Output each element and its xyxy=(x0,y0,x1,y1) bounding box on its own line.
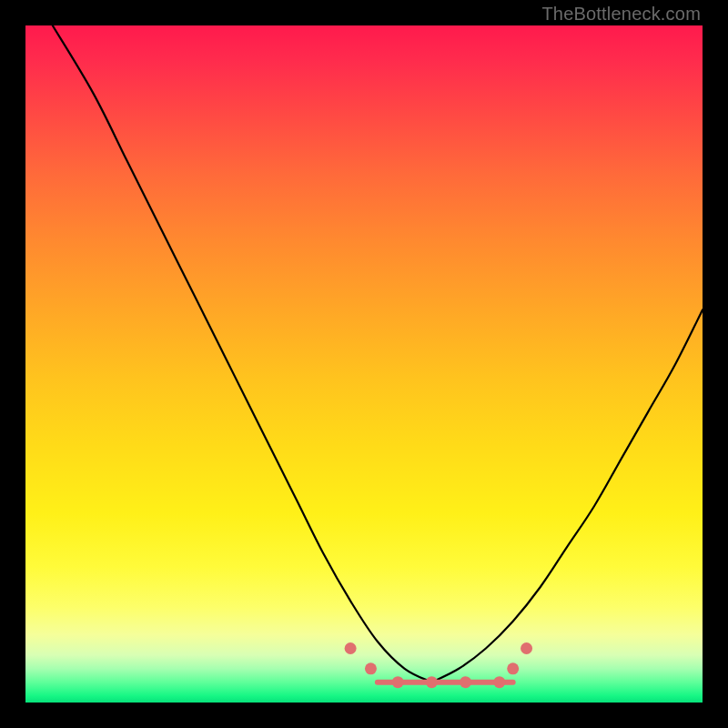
chart-svg xyxy=(25,25,703,703)
curve-layer xyxy=(53,25,703,682)
watermark-text: TheBottleneck.com xyxy=(541,4,701,25)
valley-marker xyxy=(493,676,505,688)
series-right-curve xyxy=(431,309,703,682)
valley-marker xyxy=(460,676,471,688)
valley-marker xyxy=(345,642,357,654)
outer-frame: TheBottleneck.com xyxy=(0,0,728,728)
valley-marker xyxy=(365,662,377,674)
valley-marker xyxy=(392,676,404,688)
series-left-curve xyxy=(53,25,432,682)
valley-marker xyxy=(426,676,438,688)
valley-marker xyxy=(521,642,532,654)
plot-area xyxy=(25,25,703,703)
valley-marker xyxy=(507,662,519,674)
